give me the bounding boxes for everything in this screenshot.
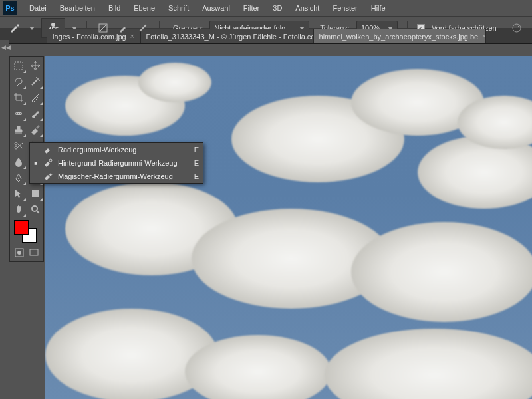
pen-tool[interactable]: [10, 170, 27, 186]
healing-tool[interactable]: [10, 106, 27, 122]
svg-point-16: [17, 251, 21, 255]
menu-filter[interactable]: Filter: [237, 1, 266, 15]
menu-fenster[interactable]: Fenster: [326, 1, 364, 15]
marquee-tool[interactable]: [10, 58, 27, 74]
menu-bild[interactable]: Bild: [102, 1, 127, 15]
tab-1[interactable]: Fotolia_31333343_M - © Jürgen Fälchle - …: [140, 29, 313, 43]
app-logo: Ps: [3, 1, 17, 15]
flyout-item-eraser[interactable]: Radiergummi-Werkzeug E: [30, 143, 203, 156]
scissors-icon[interactable]: [10, 138, 27, 154]
zoom-tool[interactable]: [27, 201, 43, 217]
canvas[interactable]: [45, 56, 532, 399]
path-select-tool[interactable]: [10, 186, 27, 201]
svg-rect-2: [15, 62, 23, 70]
svg-point-14: [32, 206, 37, 211]
sampling-once-icon[interactable]: [116, 21, 130, 35]
screenmode-icon[interactable]: [29, 247, 39, 259]
crop-tool[interactable]: [10, 90, 27, 106]
svg-point-4: [39, 80, 40, 81]
menu-ebene[interactable]: Ebene: [127, 1, 162, 15]
brush-tool[interactable]: [27, 106, 43, 122]
stamp-tool[interactable]: [10, 122, 27, 138]
svg-point-8: [18, 113, 19, 114]
eyedropper-tool[interactable]: [27, 90, 43, 106]
panel-dock-strip[interactable]: ◀◀: [0, 40, 9, 399]
svg-point-7: [16, 113, 17, 114]
magic-wand-tool[interactable]: [27, 74, 43, 90]
foreground-swatch[interactable]: [14, 220, 29, 235]
svg-point-12: [18, 178, 19, 179]
menu-hilfe[interactable]: Hilfe: [364, 1, 392, 15]
svg-rect-17: [30, 249, 38, 255]
menu-datei[interactable]: Datei: [23, 1, 53, 15]
menu-bar: Ps Datei Bearbeiten Bild Ebene Schrift A…: [0, 0, 532, 16]
quickmask-icon[interactable]: [14, 247, 25, 259]
tool-preset-arrow[interactable]: [29, 27, 35, 30]
eraser-flyout: Radiergummi-Werkzeug E ■ Hintergrund-Rad…: [29, 142, 203, 184]
menu-ansicht[interactable]: Ansicht: [289, 1, 326, 15]
shape-tool[interactable]: [27, 186, 43, 201]
menu-3d[interactable]: 3D: [266, 1, 289, 15]
menu-bearbeiten[interactable]: Bearbeiten: [53, 1, 102, 15]
color-swatches[interactable]: [14, 220, 37, 243]
lasso-tool[interactable]: [10, 74, 27, 90]
pressure-icon[interactable]: [510, 21, 523, 35]
svg-point-3: [37, 78, 39, 80]
eraser-icon: [43, 145, 53, 154]
move-tool[interactable]: [27, 58, 43, 74]
svg-point-11: [15, 146, 17, 149]
tab-close-icon[interactable]: ×: [130, 33, 134, 40]
svg-point-9: [20, 113, 21, 114]
sampling-continuous-icon[interactable]: [96, 21, 110, 35]
blur-tool[interactable]: [10, 154, 27, 170]
menu-auswahl[interactable]: Auswahl: [196, 1, 237, 15]
hand-tool[interactable]: [10, 201, 27, 217]
current-tool-icon[interactable]: [8, 21, 23, 35]
tab-close-icon[interactable]: ×: [482, 33, 485, 40]
menu-schrift[interactable]: Schrift: [162, 1, 196, 15]
svg-point-18: [49, 159, 52, 162]
tab-2[interactable]: himmel_wolken_by_archaeopteryx_stocks.jp…: [313, 29, 486, 43]
flyout-item-magic-eraser[interactable]: Magischer-Radiergummi-Werkzeug E: [30, 170, 203, 183]
magic-eraser-icon: [43, 172, 53, 181]
flyout-item-bg-eraser[interactable]: ■ Hintergrund-Radiergummi-Werkzeug E: [30, 156, 203, 170]
sampling-bg-icon[interactable]: [136, 21, 150, 35]
svg-point-10: [15, 142, 17, 145]
eraser-tool[interactable]: [27, 122, 43, 138]
svg-point-5: [36, 77, 37, 78]
bg-eraser-icon: [43, 158, 53, 168]
svg-rect-13: [32, 190, 39, 197]
document-tabs: iages - Fotolia.com.jpg× Fotolia_3133334…: [0, 28, 532, 44]
